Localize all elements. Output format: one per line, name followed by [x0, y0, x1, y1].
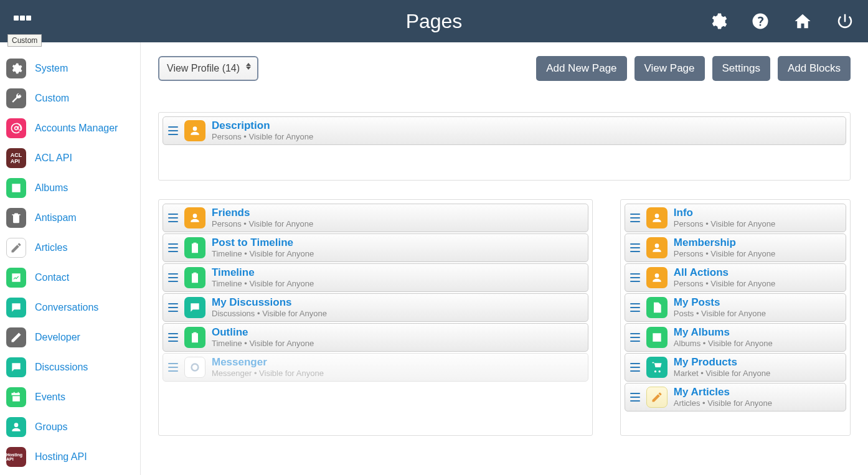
- sidebar-item-label: Accounts Manager: [35, 123, 118, 134]
- block-info[interactable]: InfoPersons • Visible for Anyone: [625, 204, 846, 232]
- block-subtitle: Persons • Visible for Anyone: [674, 249, 775, 258]
- block-my-albums[interactable]: My AlbumsAlbums • Visible for Anyone: [625, 323, 846, 352]
- wand-icon: [6, 327, 26, 347]
- at-icon: [6, 118, 26, 138]
- block-subtitle: Timeline • Visible for Anyone: [212, 279, 314, 288]
- edit-icon: [6, 268, 26, 288]
- block-subtitle: Timeline • Visible for Anyone: [212, 339, 314, 348]
- drag-handle-icon[interactable]: [168, 126, 178, 135]
- sidebar-item-label: Discussions: [35, 362, 88, 373]
- sidebar-item-contact[interactable]: Contact: [6, 263, 134, 293]
- sidebar-item-accounts-manager[interactable]: Accounts Manager: [6, 113, 134, 143]
- chat-icon: [6, 298, 26, 317]
- drag-handle-icon[interactable]: [168, 333, 178, 342]
- drag-handle-icon[interactable]: [168, 363, 178, 372]
- block-timeline[interactable]: TimelineTimeline • Visible for Anyone: [163, 263, 588, 292]
- pencil-icon: [6, 238, 26, 258]
- drag-handle-icon[interactable]: [630, 333, 640, 342]
- sidebar-item-label: System: [35, 63, 68, 74]
- block-title: My Posts: [674, 297, 766, 309]
- sidebar-item-articles[interactable]: Articles: [6, 233, 134, 263]
- drag-handle-icon[interactable]: [630, 393, 640, 402]
- block-subtitle: Persons • Visible for Anyone: [674, 219, 775, 228]
- block-all-actions[interactable]: All ActionsPersons • Visible for Anyone: [625, 263, 846, 292]
- block-title: Description: [212, 120, 313, 132]
- users-icon: [646, 207, 668, 228]
- apps-icon: [14, 16, 32, 27]
- drag-handle-icon[interactable]: [630, 303, 640, 312]
- help-icon[interactable]: [751, 12, 770, 31]
- block-title: Post to Timeline: [212, 237, 314, 249]
- sidebar-item-discussions[interactable]: Discussions: [6, 352, 134, 382]
- block-title: Messenger: [212, 357, 324, 369]
- users-icon: [646, 237, 668, 258]
- drag-handle-icon[interactable]: [630, 273, 640, 282]
- add-new-page-button[interactable]: Add New Page: [536, 56, 626, 81]
- gear-icon: [6, 59, 26, 78]
- sidebar-item-groups[interactable]: Groups: [6, 412, 134, 442]
- sidebar-item-label: Groups: [35, 421, 67, 433]
- sidebar-item-events[interactable]: Events: [6, 382, 134, 412]
- sidebar-item-developer[interactable]: Developer: [6, 322, 134, 352]
- drag-handle-icon[interactable]: [630, 214, 640, 222]
- block-outline[interactable]: OutlineTimeline • Visible for Anyone: [163, 323, 588, 352]
- sidebar-item-label: Hosting API: [35, 451, 87, 463]
- image-icon: [646, 327, 668, 348]
- block-title: Outline: [212, 327, 314, 339]
- sidebar: SystemCustomAccounts ManagerACLAPIACL AP…: [0, 42, 141, 475]
- host-icon: Hosting API: [6, 447, 26, 467]
- block-title: Info: [674, 207, 775, 219]
- block-title: My Albums: [674, 327, 773, 339]
- block-subtitle: Posts • Visible for Anyone: [674, 309, 766, 318]
- block-my-articles[interactable]: My ArticlesArticles • Visible for Anyone: [625, 383, 846, 412]
- sidebar-item-acl-api[interactable]: ACLAPIACL API: [6, 143, 134, 173]
- sidebar-item-custom[interactable]: Custom: [6, 83, 134, 113]
- top-block-area: DescriptionPersons • Visible for Anyone: [158, 112, 851, 181]
- page-select-label: View Profile (14): [167, 63, 240, 74]
- header: Custom Pages: [0, 0, 868, 42]
- settings-icon[interactable]: [709, 12, 727, 31]
- sidebar-item-antispam[interactable]: Antispam: [6, 203, 134, 233]
- block-friends[interactable]: FriendsPersons • Visible for Anyone: [163, 204, 588, 232]
- block-subtitle: Messenger • Visible for Anyone: [212, 369, 324, 378]
- drag-handle-icon[interactable]: [630, 363, 640, 372]
- block-title: My Discussions: [212, 297, 327, 309]
- toolbar: View Profile (14) Add New Page View Page…: [158, 56, 851, 81]
- wrench-icon: [6, 88, 26, 108]
- block-my-posts[interactable]: My PostsPosts • Visible for Anyone: [625, 293, 846, 322]
- home-icon[interactable]: [793, 12, 812, 31]
- block-post-to-timeline[interactable]: Post to TimelineTimeline • Visible for A…: [163, 233, 588, 262]
- add-blocks-button[interactable]: Add Blocks: [778, 56, 851, 81]
- block-subtitle: Timeline • Visible for Anyone: [212, 249, 314, 258]
- page-select[interactable]: View Profile (14): [158, 56, 258, 81]
- drag-handle-icon[interactable]: [168, 273, 178, 282]
- sidebar-item-hosting-api[interactable]: Hosting APIHosting API: [6, 442, 134, 472]
- drag-handle-icon[interactable]: [168, 303, 178, 312]
- power-icon[interactable]: [836, 12, 854, 31]
- block-subtitle: Articles • Visible for Anyone: [674, 398, 772, 408]
- sidebar-item-conversations[interactable]: Conversations: [6, 293, 134, 322]
- block-my-products[interactable]: My ProductsMarket • Visible for Anyone: [625, 353, 846, 382]
- block-title: My Articles: [674, 387, 772, 398]
- acl-icon: ACLAPI: [6, 148, 26, 168]
- apps-menu[interactable]: Custom: [14, 16, 32, 27]
- drag-handle-icon[interactable]: [168, 214, 178, 222]
- block-membership[interactable]: MembershipPersons • Visible for Anyone: [625, 233, 846, 262]
- block-title: My Products: [674, 357, 770, 369]
- drag-handle-icon[interactable]: [630, 243, 640, 252]
- block-description[interactable]: DescriptionPersons • Visible for Anyone: [163, 116, 846, 145]
- block-title: All Actions: [674, 267, 775, 279]
- view-page-button[interactable]: View Page: [634, 56, 705, 81]
- settings-button[interactable]: Settings: [712, 56, 770, 81]
- sidebar-item-system[interactable]: System: [6, 54, 134, 83]
- sidebar-item-label: Conversations: [35, 302, 98, 313]
- block-messenger[interactable]: MessengerMessenger • Visible for Anyone: [163, 353, 588, 382]
- circle-icon: [184, 357, 205, 378]
- sidebar-item-albums[interactable]: Albums: [6, 173, 134, 203]
- cart-icon: [646, 357, 668, 378]
- drag-handle-icon[interactable]: [168, 243, 178, 252]
- block-my-discussions[interactable]: My DiscussionsDiscussions • Visible for …: [163, 293, 588, 322]
- sidebar-item-label: ACL API: [35, 153, 72, 164]
- image-icon: [6, 178, 26, 198]
- tooltip: Custom: [7, 34, 42, 47]
